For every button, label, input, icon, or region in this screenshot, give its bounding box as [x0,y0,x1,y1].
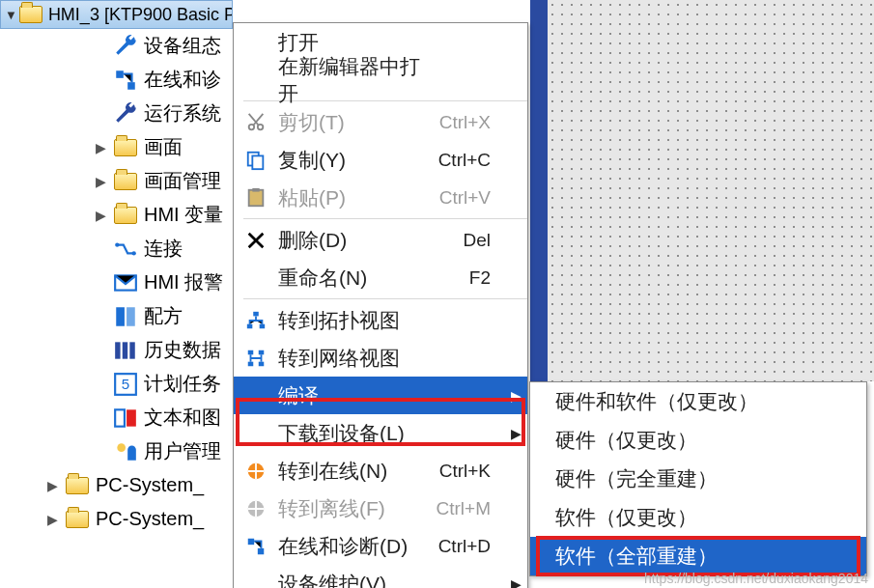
topo-icon [234,310,278,331]
menu-item-4[interactable]: 复制(Y)Ctrl+C [234,141,527,179]
editor-canvas[interactable] [530,0,874,381]
submenu-arrow-icon: ▶ [504,388,527,404]
svg-rect-5 [116,307,125,326]
folder-icon [65,473,90,498]
svg-rect-26 [248,361,254,366]
menu-item-label: 下载到设备(L) [278,420,423,447]
submenu-item-1[interactable]: 硬件（仅更改） [530,421,866,460]
svg-rect-24 [248,350,254,354]
svg-rect-9 [129,342,134,358]
tree-item-2[interactable]: 运行系统 [0,97,233,130]
tree-item-12[interactable]: 用户管理 [0,434,233,468]
menu-shortcut: F2 [423,267,504,289]
submenu-item-label: 硬件（仅更改） [555,427,697,454]
mail-icon [113,270,138,295]
collapse-icon[interactable]: ▼ [5,8,17,22]
folder-icon [65,507,90,532]
submenu-item-4[interactable]: 软件（全部重建） [530,537,866,575]
tree-item-label: 运行系统 [144,100,233,126]
tree-item-label: 计划任务 [144,371,233,397]
svg-rect-12 [115,409,125,426]
user-icon [113,439,138,464]
menu-item-7[interactable]: 删除(D)Del [234,221,527,259]
compile-submenu: 硬件和软件（仅更改）硬件（仅更改）硬件（完全重建）软件（仅更改）软件（全部重建） [529,381,867,576]
expand-icon[interactable]: ▶ [92,174,109,189]
tree-item-label: 画面管理 [144,168,233,194]
tree-item-label: PC-System_ [96,474,233,496]
menu-shortcut: Ctrl+D [423,536,504,557]
tree-item-3[interactable]: ▶画面 [0,130,233,164]
svg-rect-22 [247,323,253,328]
submenu-item-label: 硬件（完全重建） [555,465,718,492]
tree-item-9[interactable]: 历史数据 [0,333,233,367]
wrench-icon [113,101,138,126]
tree-item-7[interactable]: HMI 报警 [0,266,233,299]
menu-item-10[interactable]: 转到拓扑视图 [234,301,527,339]
expand-icon[interactable]: ▶ [92,208,109,223]
expand-icon[interactable]: ▶ [43,478,61,493]
cut-icon [234,112,278,133]
tree-item-10[interactable]: 5计划任务 [0,367,233,401]
tree-item-6[interactable]: 连接 [0,232,233,266]
menu-item-13[interactable]: 下载到设备(L)▶ [234,414,527,452]
submenu-item-3[interactable]: 软件（仅更改） [530,498,866,537]
menu-item-16[interactable]: 在线和诊断(D)Ctrl+D [234,527,527,565]
folder-icon [113,135,138,160]
submenu-item-0[interactable]: 硬件和软件（仅更改） [530,382,866,421]
menu-shortcut: Ctrl+C [423,150,504,171]
tree-item-label: HMI 变量 [144,202,233,228]
sched-icon: 5 [113,372,138,397]
svg-rect-23 [260,323,266,328]
svg-rect-19 [249,189,264,206]
menu-item-12[interactable]: 编译▶ [234,377,527,414]
menu-item-label: 剪切(T) [278,109,423,136]
net-icon [234,348,278,369]
svg-point-14 [117,443,126,452]
menu-item-5: 粘贴(P)Ctrl+V [234,179,527,216]
svg-rect-18 [252,155,263,169]
menu-item-label: 打开 [278,29,423,56]
svg-point-3 [132,251,136,255]
menu-item-label: 重命名(N) [278,265,423,292]
context-menu: 打开在新编辑器中打开剪切(T)Ctrl+X复制(Y)Ctrl+C粘贴(P)Ctr… [233,22,528,588]
tree-item-label: 配方 [144,303,233,329]
expand-icon[interactable]: ▶ [92,140,109,155]
menu-item-1[interactable]: 在新编辑器中打开 [234,61,527,98]
menu-item-15: 转到离线(F)Ctrl+M [234,490,527,527]
menu-item-11[interactable]: 转到网络视图 [234,339,527,377]
tree-root-hmi[interactable]: ▼ HMI_3 [KTP900 Basic PN] [0,0,233,29]
menu-shortcut: Ctrl+M [423,498,504,519]
submenu-item-2[interactable]: 硬件（完全重建） [530,460,866,498]
menu-item-17[interactable]: 设备维护(V)▶ [234,565,527,588]
offline-icon [234,498,278,519]
menu-item-label: 转到在线(N) [278,458,423,485]
tree-item-11[interactable]: 文本和图 [0,401,233,434]
diag2-icon [234,536,278,557]
tree-item-4[interactable]: ▶画面管理 [0,164,233,198]
wrench-blue-icon [113,34,138,59]
tree-item-8[interactable]: 配方 [0,299,233,333]
menu-item-label: 在新编辑器中打开 [278,53,423,107]
tree-subfolder-1[interactable]: ▶PC-System_ [0,502,233,536]
submenu-arrow-icon: ▶ [504,576,527,589]
watermark-text: https://blog.csdn.net/duxiaokang2014 [644,571,868,586]
expand-icon[interactable]: ▶ [43,512,61,527]
tree-item-label: HMI 报警 [144,269,233,295]
tree-item-1[interactable]: 在线和诊 [0,63,233,97]
menu-shortcut: Ctrl+X [423,112,504,133]
tree-subfolder-0[interactable]: ▶PC-System_ [0,468,233,502]
menu-item-14[interactable]: 转到在线(N)Ctrl+K [234,452,527,490]
menu-separator [243,218,527,219]
menu-item-8[interactable]: 重命名(N)F2 [234,259,527,296]
menu-shortcut: Del [423,230,504,251]
tree-item-5[interactable]: ▶HMI 变量 [0,198,233,232]
menu-separator [243,298,527,299]
menu-shortcut: Ctrl+K [423,461,504,482]
svg-rect-25 [259,350,265,354]
svg-rect-13 [127,409,136,426]
svg-point-2 [115,242,119,246]
menu-item-3: 剪切(T)Ctrl+X [234,103,527,141]
delete-icon [234,230,278,251]
copy-icon [234,150,278,171]
tree-item-0[interactable]: 设备组态 [0,29,233,63]
